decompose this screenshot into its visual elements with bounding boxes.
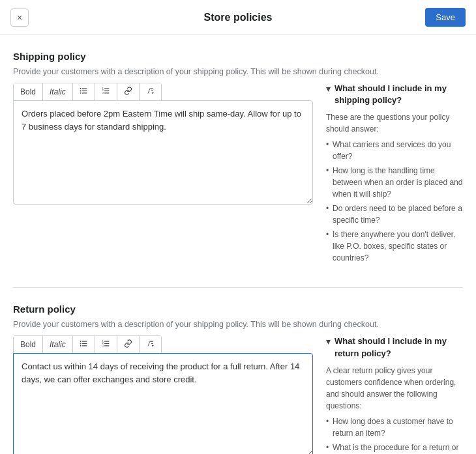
return-link-button[interactable]	[117, 336, 140, 353]
return-bold-button[interactable]: Bold	[14, 336, 43, 353]
return-info-intro: A clear return policy gives your custome…	[326, 365, 463, 412]
svg-rect-21	[104, 346, 109, 347]
shipping-info-list: What carriers and services do you offer?…	[326, 139, 463, 264]
shipping-info-body: These are the questions your policy shou…	[326, 111, 463, 264]
shipping-ordered-list-button[interactable]: 123	[95, 83, 117, 100]
return-policy-description: Provide your customers with a descriptio…	[13, 320, 463, 329]
return-unordered-list-button[interactable]	[73, 336, 95, 353]
unordered-list-icon	[80, 87, 88, 95]
return-policy-section: Return policy Provide your customers wit…	[13, 304, 463, 454]
shipping-clear-button[interactable]	[140, 83, 161, 100]
ordered-list-icon: 123	[102, 87, 110, 95]
svg-text:3: 3	[102, 92, 104, 94]
shipping-info-header[interactable]: ▾ What should I include in my shipping p…	[326, 83, 463, 106]
svg-rect-0	[82, 88, 87, 89]
svg-rect-8	[104, 92, 109, 93]
page-header: × Store policies Save	[0, 0, 476, 35]
svg-point-5	[80, 92, 81, 94]
svg-text:3: 3	[102, 345, 104, 347]
svg-rect-2	[82, 92, 87, 93]
shipping-policy-title: Shipping policy	[13, 51, 463, 62]
return-policy-body: Bold Italic 123	[13, 335, 463, 454]
return-toolbar-buttons: Bold Italic 123	[13, 335, 162, 353]
list-item: What carriers and services do you offer?	[326, 139, 463, 162]
shipping-toolbar-buttons: Bold Italic 123	[13, 83, 162, 100]
page-content: Shipping policy Provide your customers w…	[0, 35, 476, 454]
svg-point-4	[80, 90, 81, 91]
svg-point-16	[80, 341, 81, 342]
return-policy-title: Return policy	[13, 304, 463, 315]
list-item: How long does a customer have to return …	[326, 416, 463, 439]
return-info-list: How long does a customer have to return …	[326, 416, 463, 454]
clear-formatting-icon	[146, 87, 155, 95]
list-item: What is the procedure for a return or ex…	[326, 442, 463, 454]
svg-rect-13	[82, 341, 87, 342]
unordered-list-icon	[80, 339, 88, 348]
shipping-italic-button[interactable]: Italic	[43, 83, 73, 100]
shipping-chevron-icon: ▾	[326, 83, 331, 94]
list-item: Do orders need to be placed before a spe…	[326, 203, 463, 226]
svg-point-3	[80, 88, 81, 89]
return-info-panel: ▾ What should I include in my return pol…	[326, 335, 463, 454]
return-ordered-list-button[interactable]: 123	[95, 336, 117, 353]
shipping-info-panel: ▾ What should I include in my shipping p…	[326, 83, 463, 266]
section-divider	[13, 287, 463, 288]
return-editor-panel: Bold Italic 123	[13, 335, 313, 454]
shipping-editor-textarea[interactable]	[13, 100, 313, 205]
return-toolbar: Bold Italic 123	[13, 335, 313, 353]
return-editor-textarea[interactable]	[13, 353, 313, 454]
svg-rect-7	[104, 91, 109, 91]
list-item: Is there anywhere you don't deliver, lik…	[326, 229, 463, 264]
page-title: Store policies	[204, 12, 273, 23]
svg-rect-6	[104, 88, 109, 89]
shipping-info-title: What should I include in my shipping pol…	[335, 83, 463, 106]
save-button[interactable]: Save	[425, 8, 466, 27]
svg-rect-19	[104, 341, 109, 342]
clear-formatting-icon	[146, 339, 155, 348]
link-icon	[124, 339, 132, 348]
svg-rect-1	[82, 91, 87, 91]
link-icon	[124, 87, 132, 95]
ordered-list-icon: 123	[102, 339, 110, 348]
shipping-bold-button[interactable]: Bold	[14, 83, 43, 100]
shipping-toolbar: Bold Italic 123	[13, 83, 313, 100]
shipping-link-button[interactable]	[117, 83, 140, 100]
shipping-policy-body: Bold Italic 123	[13, 83, 463, 266]
return-info-header[interactable]: ▾ What should I include in my return pol…	[326, 335, 463, 359]
return-info-body: A clear return policy gives your custome…	[326, 365, 463, 454]
svg-rect-20	[104, 343, 109, 344]
shipping-info-intro: These are the questions your policy shou…	[326, 111, 463, 135]
return-info-title: What should I include in my return polic…	[335, 335, 463, 359]
return-chevron-icon: ▾	[326, 336, 331, 347]
svg-point-17	[80, 343, 81, 345]
close-button[interactable]: ×	[10, 8, 29, 27]
return-clear-button[interactable]	[140, 336, 161, 353]
shipping-policy-description: Provide your customers with a descriptio…	[13, 67, 463, 76]
svg-point-18	[80, 345, 81, 347]
return-italic-button[interactable]: Italic	[43, 336, 73, 353]
shipping-editor-panel: Bold Italic 123	[13, 83, 313, 266]
svg-rect-14	[82, 343, 87, 344]
list-item: How long is the handling time between wh…	[326, 165, 463, 200]
shipping-unordered-list-button[interactable]	[73, 83, 95, 100]
shipping-policy-section: Shipping policy Provide your customers w…	[13, 51, 463, 266]
svg-rect-15	[82, 346, 87, 347]
